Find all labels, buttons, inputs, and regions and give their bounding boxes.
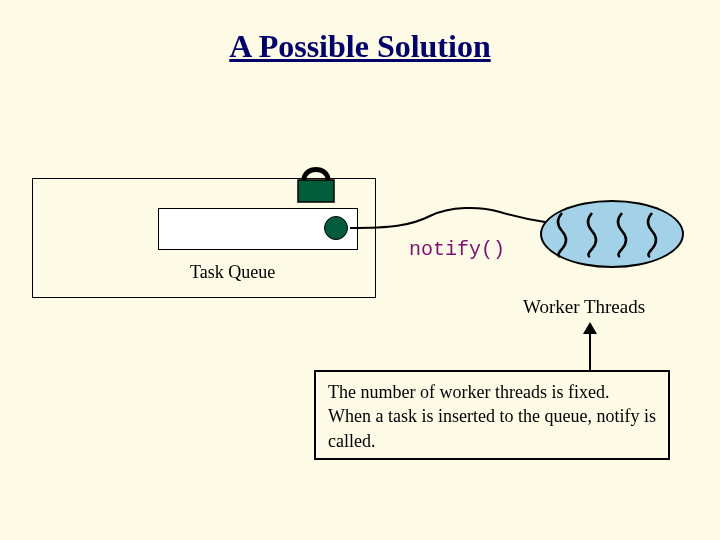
worker-threads-box xyxy=(540,200,684,268)
slide-title: A Possible Solution xyxy=(0,28,720,65)
notify-label: notify() xyxy=(409,238,505,261)
worker-threads-label: Worker Threads xyxy=(523,296,645,318)
svg-rect-0 xyxy=(298,180,334,202)
annotation-arrow-icon xyxy=(580,322,600,376)
queue-label: Task Queue xyxy=(190,262,275,283)
task-item-icon xyxy=(324,216,348,240)
svg-marker-2 xyxy=(583,322,597,334)
annotation-box: The number of worker threads is fixed. W… xyxy=(314,370,670,460)
lock-icon xyxy=(294,158,338,208)
